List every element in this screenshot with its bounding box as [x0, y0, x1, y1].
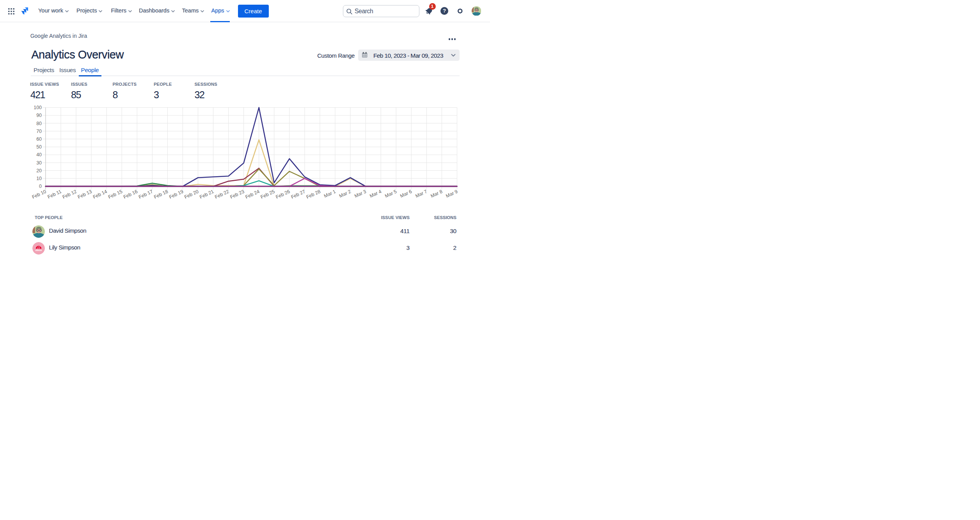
svg-text:Feb 24: Feb 24 [245, 189, 261, 200]
svg-text:100: 100 [34, 105, 42, 110]
svg-text:Feb 14: Feb 14 [92, 189, 108, 200]
svg-text:Mar 4: Mar 4 [369, 189, 382, 199]
svg-text:20: 20 [36, 168, 42, 173]
svg-text:60: 60 [36, 136, 42, 142]
svg-text:Feb 28: Feb 28 [305, 189, 321, 200]
svg-text:Mar 5: Mar 5 [384, 189, 398, 199]
svg-text:Mar 9: Mar 9 [445, 189, 459, 199]
svg-text:Feb 17: Feb 17 [138, 189, 154, 200]
svg-text:Feb 22: Feb 22 [214, 189, 230, 200]
svg-text:50: 50 [36, 144, 42, 150]
svg-text:Feb 26: Feb 26 [275, 189, 291, 200]
svg-text:80: 80 [36, 121, 42, 126]
svg-text:Feb 25: Feb 25 [260, 189, 276, 200]
svg-text:Mar 1: Mar 1 [323, 189, 337, 199]
svg-text:70: 70 [36, 129, 42, 134]
svg-text:Mar 7: Mar 7 [415, 189, 428, 199]
svg-text:Feb 27: Feb 27 [290, 189, 306, 200]
svg-text:30: 30 [36, 160, 42, 166]
svg-text:0: 0 [39, 184, 42, 189]
svg-text:Feb 10: Feb 10 [31, 189, 47, 200]
svg-text:Feb 16: Feb 16 [123, 189, 138, 200]
svg-text:Feb 15: Feb 15 [107, 189, 123, 200]
svg-text:40: 40 [36, 152, 42, 157]
svg-text:Mar 2: Mar 2 [338, 189, 352, 199]
svg-text:Mar 6: Mar 6 [399, 189, 413, 199]
svg-text:Feb 13: Feb 13 [77, 189, 93, 200]
svg-text:Feb 21: Feb 21 [199, 189, 215, 200]
svg-text:Feb 23: Feb 23 [229, 189, 245, 200]
svg-text:Mar 8: Mar 8 [430, 189, 444, 199]
svg-text:Mar 3: Mar 3 [353, 189, 367, 199]
svg-text:Feb 11: Feb 11 [47, 189, 62, 200]
svg-text:Feb 12: Feb 12 [62, 189, 78, 200]
svg-text:Feb 19: Feb 19 [168, 189, 184, 200]
svg-text:10: 10 [36, 176, 42, 181]
svg-text:ellesse: ellesse [36, 249, 42, 251]
svg-text:Feb 20: Feb 20 [183, 189, 199, 200]
svg-text:Feb 18: Feb 18 [153, 189, 169, 200]
svg-text:90: 90 [36, 113, 42, 118]
